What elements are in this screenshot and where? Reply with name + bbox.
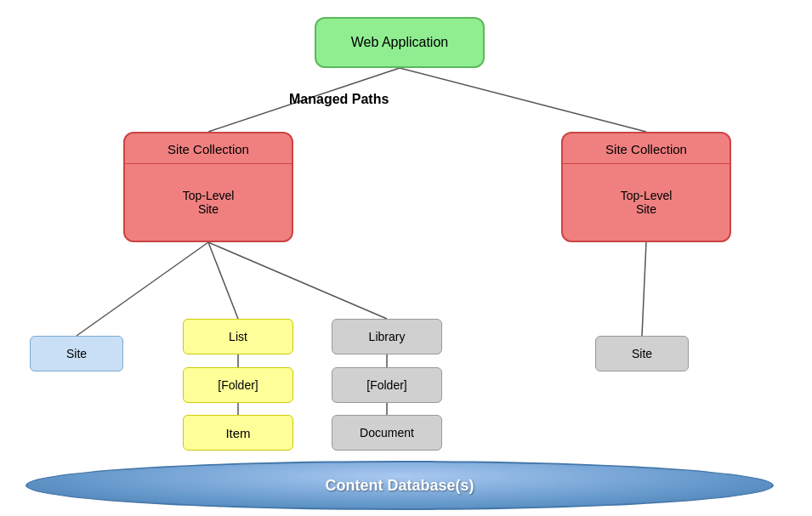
site-collection-right-node: Site Collection Top-LevelSite <box>561 132 731 242</box>
site-blue-node: Site <box>30 336 123 371</box>
managed-paths-label: Managed Paths <box>289 92 389 107</box>
site-collection-left-title: Site Collection <box>125 133 292 164</box>
web-application-node: Web Application <box>315 17 485 68</box>
folder-library-label: [Folder] <box>366 378 406 392</box>
svg-line-4 <box>208 242 387 319</box>
item-label: Item <box>225 426 250 440</box>
site-gray-node: Site <box>595 336 689 371</box>
site-collection-right-subtitle: Top-LevelSite <box>563 164 730 241</box>
document-node: Document <box>332 415 442 451</box>
document-label: Document <box>360 426 414 439</box>
list-node: List <box>183 319 293 354</box>
library-node: Library <box>332 319 442 354</box>
site-collection-right-title: Site Collection <box>563 133 730 164</box>
site-blue-label: Site <box>66 347 87 360</box>
list-label: List <box>229 330 247 343</box>
content-database-node: Content Database(s) <box>26 461 774 510</box>
site-collection-left-subtitle: Top-LevelSite <box>125 164 292 241</box>
svg-line-1 <box>400 68 646 132</box>
item-node: Item <box>183 415 293 451</box>
folder-library-node: [Folder] <box>332 367 442 403</box>
web-application-label: Web Application <box>351 35 448 50</box>
svg-line-3 <box>208 242 238 319</box>
diagram-container: Web Application Managed Paths Site Colle… <box>0 0 812 516</box>
svg-line-5 <box>642 242 646 336</box>
folder-list-node: [Folder] <box>183 367 293 403</box>
site-collection-left-node: Site Collection Top-LevelSite <box>123 132 293 242</box>
library-label: Library <box>369 330 406 343</box>
content-database-label: Content Database(s) <box>325 477 474 495</box>
site-gray-label: Site <box>632 347 652 360</box>
folder-list-label: [Folder] <box>218 378 258 392</box>
